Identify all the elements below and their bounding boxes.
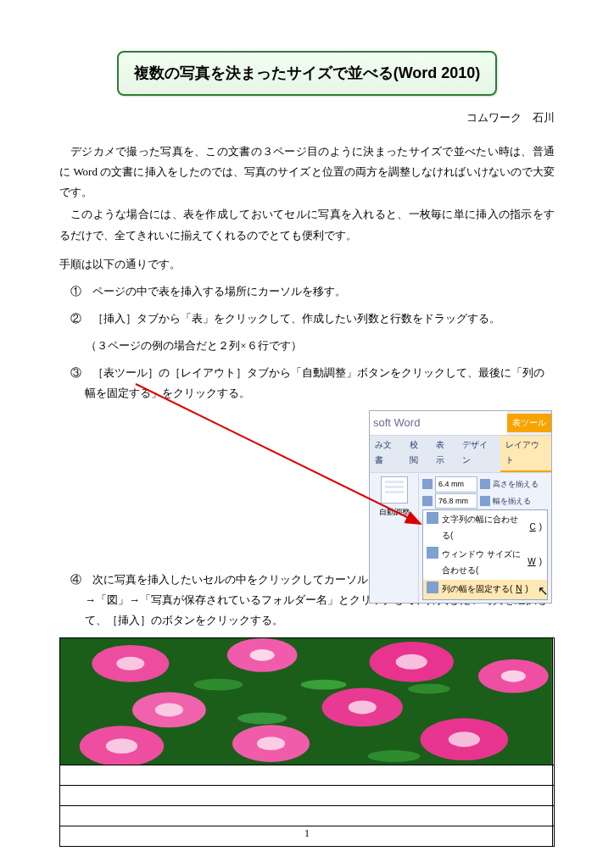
page: 複数の写真を決まったサイズで並べる(Word 2010) コムワーク 石川 デジ… (0, 0, 614, 868)
page-title: 複数の写真を決まったサイズで並べる(Word 2010) (134, 64, 481, 81)
empty-cell[interactable] (552, 786, 554, 806)
ribbon-titlebar: soft Word 表ツール (370, 411, 551, 435)
cursor-icon: ↖ (538, 579, 549, 603)
menu-autofit-contents[interactable]: 文字列の幅に合わせる(C) (423, 510, 547, 545)
tab-layout[interactable]: レイアウト (500, 436, 551, 472)
distribute-rows-icon (480, 479, 490, 489)
empty-cell[interactable] (552, 638, 554, 765)
auto-adjust-icon[interactable] (381, 476, 408, 504)
empty-cell[interactable] (60, 765, 553, 786)
table-row (60, 765, 555, 786)
intro-paragraph-2: このような場合には、表を作成しておいてセルに写真を入れると、一枚毎に単に挿入の指… (59, 204, 555, 245)
auto-adjust-menu: 文字列の幅に合わせる(C) ウィンドウ サイズに合わせる(W) 列の幅を固定する… (422, 509, 548, 600)
svg-point-20 (193, 679, 243, 691)
width-value[interactable]: 76.8 mm (435, 493, 477, 509)
svg-point-13 (349, 701, 377, 715)
menu-autofit-window[interactable]: ウィンドウ サイズに合わせる(W) (423, 545, 547, 580)
row-height-icon (422, 479, 433, 489)
svg-point-15 (106, 738, 137, 754)
svg-point-21 (301, 680, 347, 690)
table-row (60, 786, 555, 806)
tab-review[interactable]: 校閲 (405, 436, 431, 472)
table-tools-label: 表ツール (507, 414, 551, 433)
photo-cell[interactable] (60, 638, 553, 765)
word-ribbon: soft Word 表ツール み文書 校閲 表示 デザイン レイアウト 自動調整 (369, 410, 552, 604)
empty-cell[interactable] (552, 765, 554, 786)
word-app-title: soft Word (370, 411, 507, 435)
svg-point-23 (237, 712, 287, 724)
svg-point-17 (257, 737, 285, 750)
step-1: ① ページの中で表を挿入する場所にカーソルを移す。 (70, 281, 555, 302)
flower-photo (60, 638, 552, 765)
empty-cell[interactable] (60, 786, 553, 806)
svg-point-22 (408, 684, 450, 694)
svg-point-9 (501, 670, 526, 682)
svg-point-7 (396, 654, 427, 670)
auto-adjust-group: 自動調整 (370, 473, 419, 603)
svg-point-5 (250, 649, 275, 661)
step-3: ③ ［表ツール］の［レイアウト］タブから「自動調整」ボタンをクリックして、最後に… (70, 363, 555, 403)
col-width-icon (422, 496, 433, 506)
tab-misc1[interactable]: み文書 (370, 436, 405, 472)
table-row (60, 638, 555, 765)
step-2-sub: （３ページの例の場合だと２列×６行です） (86, 336, 555, 356)
intro-paragraph-1: デジカメで撮った写真を、この文書の３ページ目のように決まったサイズで並べたい時は… (59, 142, 555, 203)
width-align-label[interactable]: 幅を揃える (493, 494, 531, 509)
svg-point-24 (367, 750, 420, 762)
distribute-cols-icon (480, 496, 490, 506)
tab-design[interactable]: デザイン (457, 436, 500, 472)
page-number: 1 (0, 824, 614, 843)
tab-view[interactable]: 表示 (431, 436, 457, 472)
svg-point-3 (116, 657, 144, 670)
photo-table (59, 637, 555, 847)
procedure-heading: 手順は以下の通りです。 (59, 254, 555, 275)
auto-adjust-label[interactable]: 自動調整 (373, 505, 415, 520)
height-value[interactable]: 6.4 mm (435, 476, 477, 492)
height-align-label[interactable]: 高さを揃える (493, 477, 539, 492)
ribbon-tabs: み文書 校閲 表示 デザイン レイアウト (370, 435, 551, 472)
svg-point-11 (155, 703, 183, 716)
menu-fixed-column-width[interactable]: 列の幅を固定する(N) ↖ (423, 580, 547, 599)
ribbon-body: 自動調整 6.4 mm 高さを揃える 76.8 mm (370, 472, 551, 603)
author-line: コムワーク 石川 (59, 108, 555, 128)
title-box: 複数の写真を決まったサイズで並べる(Word 2010) (117, 51, 498, 96)
svg-point-19 (449, 732, 480, 747)
step-2: ② ［挿入］タブから「表」をクリックして、作成したい列数と行数をドラッグする。 (70, 309, 555, 329)
